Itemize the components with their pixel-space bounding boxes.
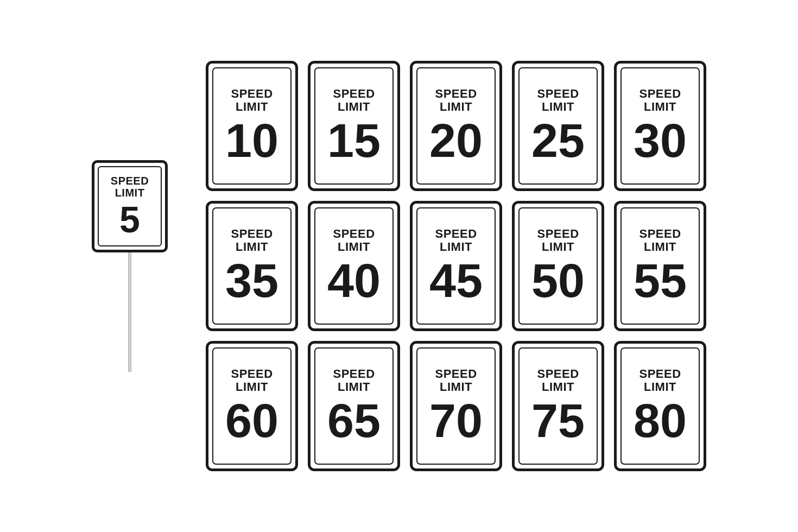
speed-limit-sign-70: SPEEDLIMIT70: [410, 341, 502, 471]
sign-number-25: 25: [531, 117, 585, 164]
sign-label-25: SPEEDLIMIT: [537, 87, 579, 113]
sign-number-80: 80: [634, 397, 687, 445]
main-container: SPEEDLIMIT 5 SPEEDLIMIT10SPEEDLIMIT15SPE…: [70, 39, 728, 493]
sign-label-15: SPEEDLIMIT: [333, 87, 375, 113]
sign-number-15: 15: [327, 117, 381, 164]
speed-limit-sign-55: SPEEDLIMIT55: [614, 201, 706, 331]
sign-number-10: 10: [225, 117, 278, 164]
sign-number-65: 65: [327, 397, 381, 445]
sign-number-30: 30: [634, 117, 687, 164]
speed-limit-sign-65: SPEEDLIMIT65: [308, 341, 400, 471]
sign-number-45: 45: [429, 257, 483, 305]
speed-limit-sign-10: SPEEDLIMIT10: [206, 61, 298, 191]
sign-label-60: SPEEDLIMIT: [231, 368, 273, 394]
featured-speed-limit-sign: SPEEDLIMIT 5: [92, 160, 168, 252]
speed-limit-sign-25: SPEEDLIMIT25: [512, 61, 604, 191]
sign-label-70: SPEEDLIMIT: [435, 368, 477, 394]
sign-label-80: SPEEDLIMIT: [639, 368, 681, 394]
sign-number-35: 35: [225, 257, 278, 305]
speed-limit-sign-50: SPEEDLIMIT50: [512, 201, 604, 331]
sign-label-35: SPEEDLIMIT: [231, 227, 273, 254]
speed-limit-sign-40: SPEEDLIMIT40: [308, 201, 400, 331]
sign-number-40: 40: [327, 257, 381, 305]
featured-sign-label: SPEEDLIMIT: [111, 175, 149, 199]
featured-sign-number: 5: [119, 201, 140, 238]
speed-limit-sign-15: SPEEDLIMIT15: [308, 61, 400, 191]
sign-label-30: SPEEDLIMIT: [639, 87, 681, 113]
sign-label-10: SPEEDLIMIT: [231, 87, 273, 113]
speed-limit-sign-45: SPEEDLIMIT45: [410, 201, 502, 331]
sign-label-20: SPEEDLIMIT: [435, 87, 477, 113]
sign-label-40: SPEEDLIMIT: [333, 227, 375, 254]
speed-limit-sign-30: SPEEDLIMIT30: [614, 61, 706, 191]
sign-pole: [128, 252, 131, 372]
sign-label-55: SPEEDLIMIT: [639, 227, 681, 254]
sign-number-75: 75: [531, 397, 585, 445]
sign-number-70: 70: [429, 397, 483, 445]
sign-number-20: 20: [429, 117, 483, 164]
sign-number-55: 55: [634, 257, 687, 305]
sign-label-45: SPEEDLIMIT: [435, 227, 477, 254]
sign-label-75: SPEEDLIMIT: [537, 368, 579, 394]
sign-label-50: SPEEDLIMIT: [537, 227, 579, 254]
sign-number-60: 60: [225, 397, 278, 445]
speed-limit-sign-35: SPEEDLIMIT35: [206, 201, 298, 331]
speed-limit-sign-20: SPEEDLIMIT20: [410, 61, 502, 191]
speed-limit-sign-75: SPEEDLIMIT75: [512, 341, 604, 471]
featured-sign-container: SPEEDLIMIT 5: [92, 160, 168, 372]
sign-number-50: 50: [531, 257, 585, 305]
speed-limit-sign-60: SPEEDLIMIT60: [206, 341, 298, 471]
sign-label-65: SPEEDLIMIT: [333, 368, 375, 394]
speed-limit-sign-80: SPEEDLIMIT80: [614, 341, 706, 471]
signs-grid: SPEEDLIMIT10SPEEDLIMIT15SPEEDLIMIT20SPEE…: [206, 61, 706, 471]
